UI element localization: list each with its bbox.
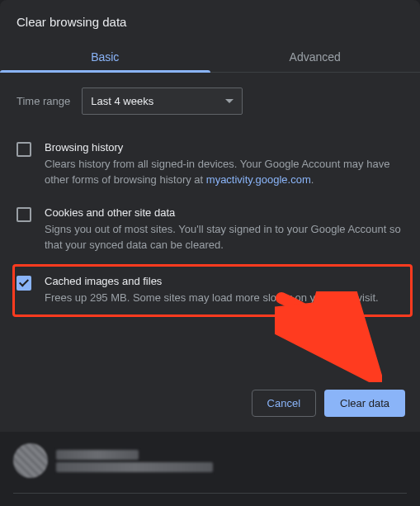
dialog-title: Clear browsing data [0, 0, 420, 40]
option-title: Cached images and files [45, 275, 403, 287]
time-range-value: Last 4 weeks [91, 95, 153, 107]
checkbox-cookies[interactable] [17, 207, 31, 222]
cancel-button[interactable]: Cancel [252, 390, 316, 417]
option-description: Frees up 295 MB. Some sites may load mor… [45, 291, 403, 306]
option-title: Browsing history [45, 141, 403, 154]
myactivity-link[interactable]: myactivity.google.com [206, 173, 311, 186]
chevron-down-icon [225, 99, 234, 103]
clear-data-button[interactable]: Clear data [324, 390, 405, 417]
option-browsing-history: Browsing history Clears history from all… [17, 135, 403, 200]
tab-bar: Basic Advanced [0, 40, 420, 73]
time-range-label: Time range [17, 95, 70, 107]
lower-panel: To clear browsing data from this device … [0, 432, 420, 506]
option-cached-images: Cached images and files Frees up 295 MB.… [12, 264, 413, 317]
option-title: Cookies and other site data [45, 206, 403, 219]
avatar [13, 443, 48, 478]
tab-basic[interactable]: Basic [0, 40, 210, 72]
checkbox-cached-images[interactable] [17, 276, 31, 291]
dialog-body: Time range Last 4 weeks Browsing history… [0, 73, 420, 317]
option-cookies: Cookies and other site data Signs you ou… [17, 200, 403, 265]
option-description: Clears history from all signed-in device… [45, 157, 403, 188]
account-row [13, 443, 407, 494]
dialog-buttons: Cancel Clear data [0, 376, 420, 432]
checkbox-browsing-history[interactable] [17, 142, 31, 157]
account-text-redacted [56, 447, 213, 475]
time-range-select[interactable]: Last 4 weeks [82, 87, 243, 115]
option-description: Signs you out of most sites. You'll stay… [45, 222, 403, 253]
tab-advanced[interactable]: Advanced [210, 40, 421, 72]
time-range-row: Time range Last 4 weeks [17, 87, 403, 115]
footer-note: To clear browsing data from this device … [13, 494, 407, 506]
clear-browsing-data-dialog: Clear browsing data Basic Advanced Time … [0, 0, 420, 432]
